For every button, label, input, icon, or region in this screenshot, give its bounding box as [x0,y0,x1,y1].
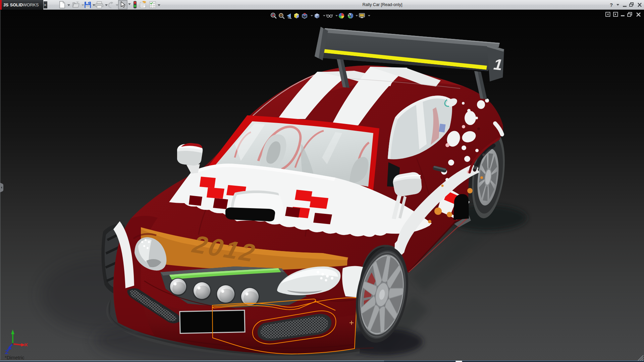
svg-text:1: 1 [493,55,503,73]
svg-text:?: ? [610,2,613,8]
